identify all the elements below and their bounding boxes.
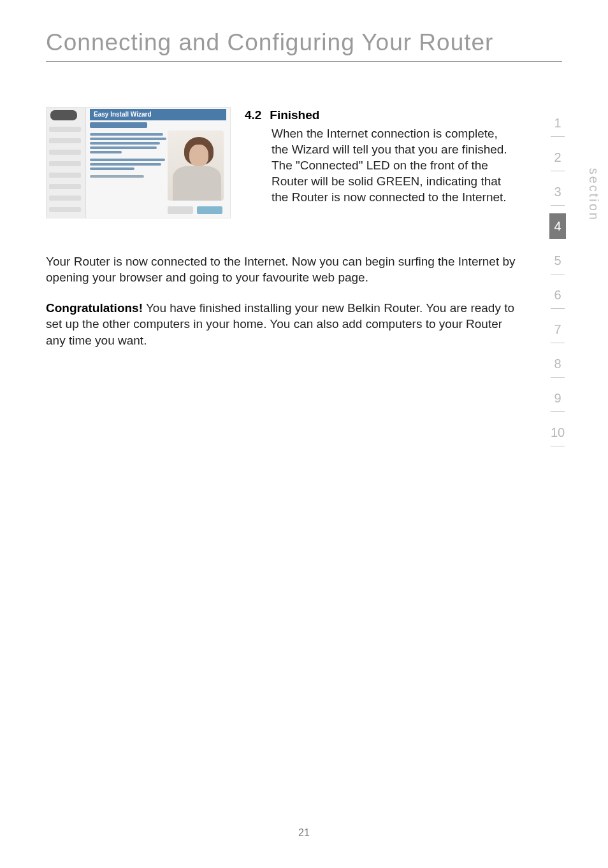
wizard-sidebar-row bbox=[49, 184, 81, 189]
wizard-text-line bbox=[90, 146, 157, 149]
section-nav-num: 6 bbox=[554, 288, 561, 302]
wizard-text-line bbox=[90, 163, 161, 166]
section-nav-num: 5 bbox=[554, 253, 561, 268]
section-nav: 1 2 3 4 5 6 7 8 9 10 section bbox=[548, 110, 584, 454]
section-nav-item-3[interactable]: 3 bbox=[549, 179, 566, 204]
step-text: 4.2 Finished When the Internet connectio… bbox=[245, 107, 518, 205]
wizard-sidebar bbox=[47, 108, 86, 218]
section-nav-item-6[interactable]: 6 bbox=[549, 282, 566, 308]
section-nav-num: 7 bbox=[554, 322, 561, 337]
section-nav-num: 1 bbox=[554, 116, 561, 131]
wizard-person-photo bbox=[168, 131, 224, 201]
wizard-banner: Easy Install Wizard bbox=[90, 109, 226, 120]
wizard-screenshot: Easy Install Wizard bbox=[46, 107, 231, 218]
section-nav-item-9[interactable]: 9 bbox=[549, 385, 566, 411]
step-title: Finished bbox=[270, 108, 319, 122]
step-heading: 4.2 Finished bbox=[245, 107, 518, 123]
wizard-text-line bbox=[90, 133, 163, 136]
main-content: Easy Install Wizard 4.2 Finished bbox=[46, 107, 518, 362]
congrats-label: Congratulations! bbox=[46, 301, 143, 315]
wizard-back-button bbox=[168, 206, 193, 214]
section-nav-item-7[interactable]: 7 bbox=[549, 317, 566, 342]
wizard-next-button bbox=[197, 206, 222, 214]
wizard-sidebar-row bbox=[49, 207, 81, 212]
wizard-sidebar-row bbox=[49, 127, 81, 132]
wizard-sidebar-row bbox=[49, 150, 81, 155]
section-nav-num: 3 bbox=[554, 185, 561, 199]
step-body: When the Internet connection is complete… bbox=[245, 125, 518, 205]
section-nav-num: 4 bbox=[554, 219, 561, 234]
section-nav-item-5[interactable]: 5 bbox=[549, 248, 566, 273]
section-nav-num: 2 bbox=[554, 150, 561, 165]
step-number: 4.2 bbox=[245, 107, 266, 123]
wizard-sidebar-row bbox=[49, 196, 81, 201]
section-nav-item-2[interactable]: 2 bbox=[549, 145, 566, 170]
wizard-sidebar-row bbox=[49, 138, 81, 143]
page-number: 21 bbox=[0, 827, 608, 839]
wizard-text-line bbox=[90, 175, 144, 178]
section-nav-item-1[interactable]: 1 bbox=[549, 110, 566, 136]
section-nav-num: 8 bbox=[554, 357, 561, 371]
section-nav-item-10[interactable]: 10 bbox=[549, 420, 566, 445]
wizard-text-line bbox=[90, 138, 166, 140]
section-nav-num: 9 bbox=[554, 391, 561, 406]
wizard-sidebar-row bbox=[49, 173, 81, 178]
paragraph-connected: Your Router is now connected to the Inte… bbox=[46, 253, 518, 286]
section-nav-item-8[interactable]: 8 bbox=[549, 351, 566, 376]
wizard-text-line bbox=[90, 159, 165, 161]
page-title: Connecting and Configuring Your Router bbox=[46, 29, 562, 62]
wizard-text-line bbox=[90, 142, 160, 145]
wizard-subtitle-bar bbox=[90, 122, 147, 128]
section-nav-item-4[interactable]: 4 bbox=[549, 213, 566, 239]
wizard-logo-icon bbox=[50, 110, 77, 120]
section-label: section bbox=[586, 168, 601, 222]
wizard-sidebar-row bbox=[49, 161, 81, 166]
paragraph-congrats: Congratulations! You have finished insta… bbox=[46, 300, 518, 348]
wizard-text-line bbox=[90, 167, 134, 170]
section-nav-num: 10 bbox=[551, 425, 565, 440]
step-block: Easy Install Wizard 4.2 Finished bbox=[46, 107, 518, 218]
wizard-text-line bbox=[90, 151, 122, 153]
section-nav-col: 1 2 3 4 5 6 7 8 9 10 bbox=[548, 110, 567, 454]
